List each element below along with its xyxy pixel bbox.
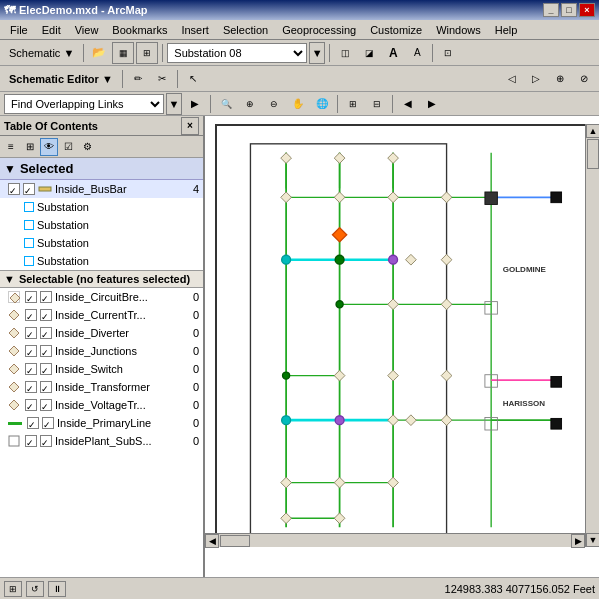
switch-cb1[interactable]	[25, 363, 37, 375]
svg-point-52	[282, 416, 291, 425]
scrollbar-thumb[interactable]	[587, 139, 599, 169]
open-button[interactable]: 📂	[88, 42, 110, 64]
horizontal-scrollbar[interactable]: ◀ ▶	[205, 533, 585, 547]
zoom-full-button[interactable]: 🔍	[215, 93, 237, 115]
selectable-expand-icon[interactable]: ▼	[4, 273, 15, 285]
find-dropdown-btn[interactable]: ▼	[166, 93, 182, 115]
nav-2[interactable]: ⊟	[366, 93, 388, 115]
selectable-label: Selectable (no features selected)	[19, 273, 190, 285]
diverter-cb2[interactable]	[40, 327, 52, 339]
find-bar: Find Overlapping Links ▼ ▶ 🔍 ⊕ ⊖ ✋ 🌐 ⊞ ⊟…	[0, 92, 599, 116]
primary-cb1[interactable]	[27, 417, 39, 429]
table-button[interactable]: ⊞	[136, 42, 158, 64]
switch-cb2[interactable]	[40, 363, 52, 375]
substation-combo[interactable]: Substation 08	[167, 43, 307, 63]
toc-close-btn[interactable]: ×	[181, 117, 199, 135]
menu-file[interactable]: File	[4, 23, 34, 37]
svg-rect-47	[551, 418, 562, 429]
schematic-extra-3[interactable]: ⊕	[549, 68, 571, 90]
zoom-out-button[interactable]: ◪	[358, 42, 380, 64]
menu-insert[interactable]: Insert	[175, 23, 215, 37]
menu-view[interactable]: View	[69, 23, 105, 37]
plant-cb1[interactable]	[25, 435, 37, 447]
schematic-canvas[interactable]: GOLDMINE HARISSON ▲ ▼ ◀ ▶	[205, 116, 599, 577]
substation-item-4[interactable]: Substation	[0, 252, 203, 270]
plant-cb2[interactable]	[40, 435, 52, 447]
transformer-cb1[interactable]	[25, 381, 37, 393]
primary-cb2[interactable]	[42, 417, 54, 429]
vertical-scrollbar[interactable]: ▲ ▼	[585, 124, 599, 547]
circuit-cb2[interactable]	[40, 291, 52, 303]
toc-list-selection-btn[interactable]: ☑	[59, 138, 77, 156]
junctions-cb2[interactable]	[40, 345, 52, 357]
voltage-tr-cb1[interactable]	[25, 399, 37, 411]
font-a-small-button[interactable]: A	[406, 42, 428, 64]
find-overlapping-combo[interactable]: Find Overlapping Links	[4, 94, 164, 114]
voltage-tr-cb2[interactable]	[40, 399, 52, 411]
layer-transformer[interactable]: Inside_Transformer 0	[0, 378, 203, 396]
selected-expand-icon[interactable]: ▼	[4, 162, 16, 176]
transformer-cb2[interactable]	[40, 381, 52, 393]
nav-1[interactable]: ⊞	[342, 93, 364, 115]
menu-edit[interactable]: Edit	[36, 23, 67, 37]
substation-item-2[interactable]: Substation	[0, 216, 203, 234]
minimize-button[interactable]: _	[543, 3, 559, 17]
back-button[interactable]: ◀	[397, 93, 419, 115]
menu-geoprocessing[interactable]: Geoprocessing	[276, 23, 362, 37]
current-tr-cb2[interactable]	[40, 309, 52, 321]
circuit-cb1[interactable]	[25, 291, 37, 303]
layer-inside-plant[interactable]: InsidePlant_SubS... 0	[0, 432, 203, 450]
layer-current-tr[interactable]: Inside_CurrentTr... 0	[0, 306, 203, 324]
layer-circuit-breaker[interactable]: Inside_CircuitBre... 0	[0, 288, 203, 306]
edit-tool-1[interactable]: ✏	[127, 68, 149, 90]
menu-windows[interactable]: Windows	[430, 23, 487, 37]
substation-item-1[interactable]: Substation	[0, 198, 203, 216]
menu-selection[interactable]: Selection	[217, 23, 274, 37]
menu-customize[interactable]: Customize	[364, 23, 428, 37]
zoom-in-button[interactable]: ◫	[334, 42, 356, 64]
tool-1[interactable]: ⊡	[437, 42, 459, 64]
layer-primary-line[interactable]: Inside_PrimaryLine 0	[0, 414, 203, 432]
menu-bookmarks[interactable]: Bookmarks	[106, 23, 173, 37]
zoom-out-btn2[interactable]: ⊖	[263, 93, 285, 115]
schematic-extra-4[interactable]: ⊘	[573, 68, 595, 90]
svg-text:HARISSON: HARISSON	[503, 399, 546, 408]
junctions-cb1[interactable]	[25, 345, 37, 357]
layer-switch[interactable]: Inside_Switch 0	[0, 360, 203, 378]
edit-tool-2[interactable]: ✂	[151, 68, 173, 90]
schematic-editor-dropdown[interactable]: Schematic Editor ▼	[4, 68, 118, 90]
h-scrollbar-thumb[interactable]	[220, 535, 250, 547]
font-a-button[interactable]: A	[382, 42, 404, 64]
layer-inside-busbar[interactable]: Inside_BusBar 4	[0, 180, 203, 198]
find-go-button[interactable]: ▶	[184, 93, 206, 115]
current-tr-cb1[interactable]	[25, 309, 37, 321]
busbar-checkbox-2[interactable]	[23, 183, 35, 195]
status-btn-1[interactable]: ⊞	[4, 581, 22, 597]
schematic-dropdown-button[interactable]: Schematic ▼	[4, 42, 79, 64]
schematic-extra-1[interactable]: ◁	[501, 68, 523, 90]
toc-list-source-btn[interactable]: ⊞	[21, 138, 39, 156]
substation-item-3[interactable]: Substation	[0, 234, 203, 252]
layer-voltage-tr[interactable]: Inside_VoltageTr... 0	[0, 396, 203, 414]
layer-diverter[interactable]: Inside_Diverter 0	[0, 324, 203, 342]
move-tool[interactable]: ↖	[182, 68, 204, 90]
menu-help[interactable]: Help	[489, 23, 524, 37]
toc-options-btn[interactable]: ⚙	[78, 138, 96, 156]
toc-list-visibility-btn[interactable]: 👁	[40, 138, 58, 156]
svg-marker-4	[9, 346, 19, 356]
schematic-extra-2[interactable]: ▷	[525, 68, 547, 90]
layer-junctions[interactable]: Inside_Junctions 0	[0, 342, 203, 360]
toc-list-all-btn[interactable]: ≡	[2, 138, 20, 156]
status-btn-2[interactable]: ↺	[26, 581, 44, 597]
maximize-button[interactable]: □	[561, 3, 577, 17]
forward-button[interactable]: ▶	[421, 93, 443, 115]
combo-dropdown-btn[interactable]: ▼	[309, 42, 325, 64]
status-btn-3[interactable]: ⏸	[48, 581, 66, 597]
new-schematic-button[interactable]: ▦	[112, 42, 134, 64]
globe-button[interactable]: 🌐	[311, 93, 333, 115]
busbar-checkbox-1[interactable]	[8, 183, 20, 195]
close-button[interactable]: ×	[579, 3, 595, 17]
diverter-cb1[interactable]	[25, 327, 37, 339]
zoom-in-btn2[interactable]: ⊕	[239, 93, 261, 115]
pan-button[interactable]: ✋	[287, 93, 309, 115]
